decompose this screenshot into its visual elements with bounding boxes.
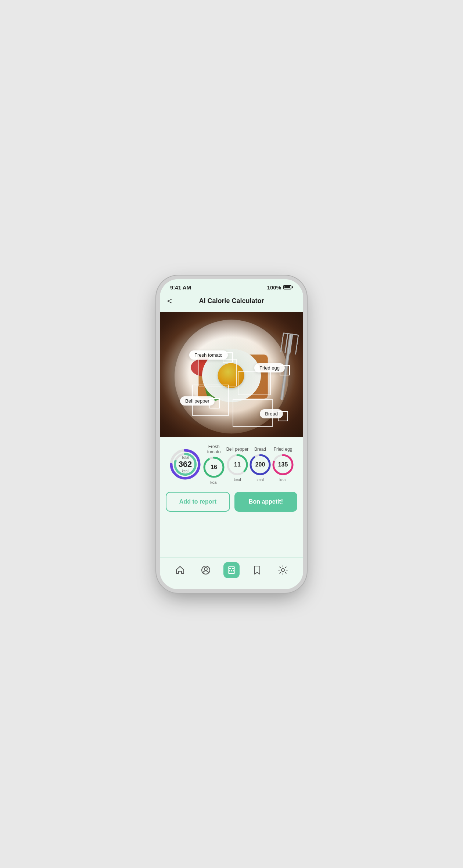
- status-time: 9:41 AM: [170, 284, 191, 291]
- status-bar: 9:41 AM 100%: [160, 279, 303, 293]
- svg-rect-17: [229, 570, 230, 571]
- bon-appetit-button[interactable]: Bon appetit!: [234, 492, 297, 512]
- fresh-tomato-calories: Fresh tomato 16 kcal: [202, 444, 226, 485]
- gear-icon: [275, 562, 291, 578]
- bell-pepper-unit: kcal: [234, 478, 241, 482]
- svg-rect-20: [229, 572, 230, 572]
- fresh-tomato-label: Fresh tomato: [202, 444, 226, 454]
- profile-icon: [198, 562, 214, 578]
- svg-point-23: [281, 569, 284, 572]
- action-buttons: Add to report Bon appetit!: [166, 492, 297, 512]
- home-icon: [172, 562, 188, 578]
- svg-rect-21: [231, 572, 232, 572]
- bookmark-icon: [249, 562, 265, 578]
- battery-icon: [283, 285, 293, 289]
- bell-pepper-value: 11: [234, 461, 241, 468]
- bread-label: Bread: [254, 447, 266, 452]
- svg-rect-16: [232, 568, 234, 569]
- battery-percent: 100%: [267, 284, 281, 291]
- fried-egg-unit: kcal: [279, 478, 287, 482]
- nav-bookmarks[interactable]: [249, 562, 265, 578]
- bell-pepper-label: Bell pepper: [226, 447, 249, 452]
- fried-egg-label: Fried egg: [274, 447, 292, 452]
- main-content: Total 362 kcal Fresh tomato 16 kcal: [160, 437, 303, 557]
- back-button[interactable]: <: [167, 296, 172, 306]
- add-to-report-button[interactable]: Add to report: [166, 492, 230, 512]
- bread-unit: kcal: [256, 478, 264, 482]
- svg-rect-15: [229, 568, 231, 569]
- calories-row: Total 362 kcal Fresh tomato 16 kcal: [166, 444, 297, 485]
- page-title: AI Calorie Calculator: [160, 297, 303, 305]
- nav-profile[interactable]: [198, 562, 214, 578]
- svg-point-13: [204, 568, 207, 570]
- fried-egg-calories: Fried egg 135 kcal: [272, 447, 294, 482]
- header: < AI Calorie Calculator: [160, 293, 303, 312]
- food-image: Fresh tomato Fried egg Bell pepper Bread: [160, 312, 303, 437]
- fried-egg-value: 135: [278, 461, 288, 468]
- bottom-nav: [160, 557, 303, 589]
- fresh-tomato-value: 16: [211, 464, 217, 471]
- total-calories: Total 362 kcal: [169, 448, 202, 481]
- fresh-tomato-unit: kcal: [210, 480, 218, 485]
- bell-pepper-calories: Bell pepper 11 kcal: [226, 447, 249, 482]
- svg-rect-19: [233, 570, 234, 571]
- nav-settings[interactable]: [275, 562, 291, 578]
- nav-home[interactable]: [172, 562, 188, 578]
- phone-frame: 9:41 AM 100% < AI Calorie Calculator: [160, 279, 303, 589]
- svg-rect-22: [233, 572, 234, 572]
- bread-value: 200: [255, 461, 265, 468]
- status-right: 100%: [267, 284, 293, 291]
- svg-rect-18: [231, 570, 232, 571]
- bread-calories: Bread 200 kcal: [249, 447, 272, 482]
- detection-fresh-tomato: Fresh tomato: [189, 350, 228, 360]
- nav-calculator[interactable]: [223, 562, 240, 578]
- total-value: 362: [179, 460, 192, 469]
- calculator-icon: [223, 562, 240, 578]
- total-label: Total: [179, 455, 192, 460]
- total-unit: kcal: [179, 469, 192, 473]
